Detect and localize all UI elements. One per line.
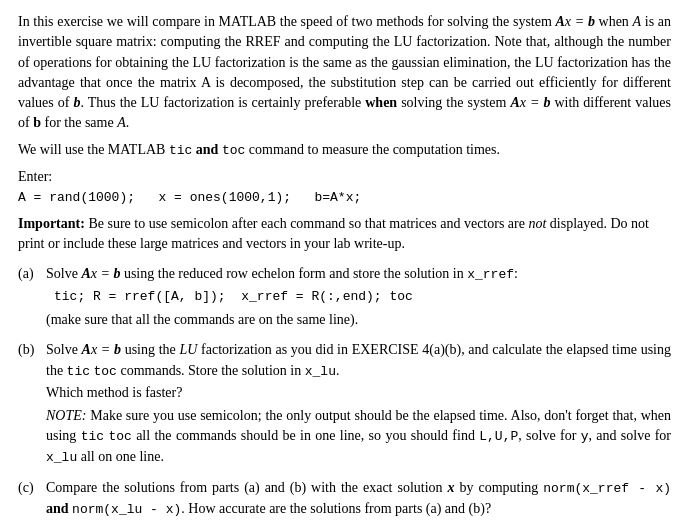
- enter-label: Enter:: [18, 167, 671, 187]
- important-text: Be sure to use semicolon after each comm…: [18, 216, 649, 251]
- part-a-content: Solve Ax = b using the reduced row echel…: [46, 264, 671, 330]
- part-b-content: Solve Ax = b using the LU factorization …: [46, 340, 671, 467]
- part-b: (b) Solve Ax = b using the LU factorizat…: [18, 340, 671, 467]
- intro-paragraph1: In this exercise we will compare in MATL…: [18, 12, 671, 134]
- part-a: (a) Solve Ax = b using the reduced row e…: [18, 264, 671, 330]
- parts-list: (a) Solve Ax = b using the reduced row e…: [18, 264, 671, 519]
- part-a-code: tic; R = rref([A, b]); x_rref = R(:,end)…: [54, 288, 671, 307]
- intro-paragraph2: We will use the MATLAB tic and toc comma…: [18, 140, 671, 161]
- part-c-content: Compare the solutions from parts (a) and…: [46, 478, 671, 520]
- part-a-text2: (make sure that all the commands are on …: [46, 310, 671, 330]
- part-a-label: (a): [18, 264, 46, 284]
- part-c-text1: Compare the solutions from parts (a) and…: [46, 478, 671, 520]
- part-b-note: NOTE: Make sure you use semicolon; the o…: [46, 406, 671, 468]
- part-b-label: (b): [18, 340, 46, 360]
- important-label: Important:: [18, 216, 85, 231]
- part-b-text2: Which method is faster?: [46, 383, 671, 403]
- part-c: (c) Compare the solutions from parts (a)…: [18, 478, 671, 520]
- part-c-label: (c): [18, 478, 46, 498]
- code-enter: A = rand(1000); x = ones(1000,1); b=A*x;: [18, 189, 671, 208]
- important-block: Important: Be sure to use semicolon afte…: [18, 214, 671, 255]
- part-b-text1: Solve Ax = b using the LU factorization …: [46, 340, 671, 381]
- part-a-text1: Solve Ax = b using the reduced row echel…: [46, 264, 671, 285]
